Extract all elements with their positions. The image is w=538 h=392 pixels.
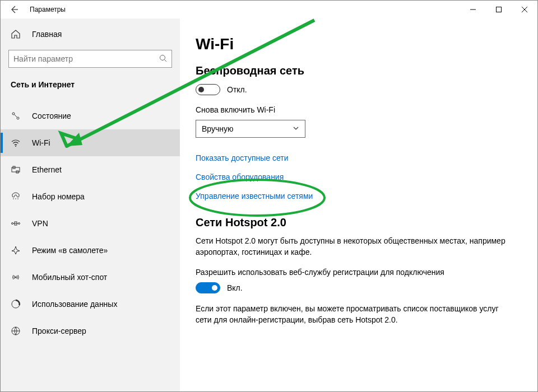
sidebar-item-proxy[interactable]: Прокси-сервер [1,318,180,344]
title-bar: Параметры [1,1,537,18]
sidebar-item-status[interactable]: Состояние [1,102,180,129]
reconnect-label: Снова включить Wi-Fi [196,105,522,114]
maximize-button[interactable] [486,1,512,18]
sidebar-item-label: Прокси-сервер [32,326,86,335]
main-content: Wi-Fi Беспроводная сеть Откл. Снова вклю… [180,18,537,391]
home-button[interactable]: Главная [1,23,180,45]
dialup-icon [11,192,21,202]
svg-rect-0 [497,7,502,12]
sidebar-item-label: Мобильный хот-спот [32,273,107,282]
home-icon [11,29,21,39]
sidebar-item-label: Состояние [32,111,71,120]
vpn-icon [11,218,21,228]
wireless-toggle-state: Откл. [227,85,247,94]
maximize-icon [496,7,502,12]
svg-point-10 [17,198,18,199]
proxy-icon [11,326,21,336]
hotspot-icon [11,272,21,282]
hotspot-toggle[interactable] [196,282,220,293]
hotspot-desc: Если этот параметр включен, вы можете пр… [196,304,509,325]
svg-point-4 [15,146,16,147]
status-icon [11,111,21,121]
ethernet-icon [11,165,21,175]
reconnect-value: Вручную [202,124,234,133]
sidebar-item-dialup[interactable]: Набор номера [1,183,180,210]
svg-point-3 [17,117,19,119]
sidebar-item-label: VPN [32,219,48,228]
hotspot-intro: Сети Hotspot 2.0 могут быть доступны в н… [196,236,509,258]
sidebar-item-ethernet[interactable]: Ethernet [1,156,180,183]
home-label: Главная [32,30,62,39]
back-button[interactable] [1,1,27,18]
airplane-icon [11,245,21,255]
sidebar: Главная Сеть и Интернет Состояние [1,18,180,391]
link-available-networks[interactable]: Показать доступные сети [196,153,522,162]
reconnect-dropdown[interactable]: Вручную [196,120,305,138]
sidebar-item-airplane[interactable]: Режим «в самолете» [1,237,180,264]
search-icon [159,54,167,64]
search-input[interactable] [8,50,172,68]
svg-point-14 [15,277,17,278]
wireless-heading: Беспроводная сеть [196,64,522,77]
sidebar-item-label: Режим «в самолете» [32,246,108,255]
page-title: Wi-Fi [196,35,522,53]
wireless-toggle[interactable] [196,84,220,95]
sidebar-item-label: Ethernet [32,165,62,174]
hotspot-toggle-state: Вкл. [227,283,243,292]
minimize-button[interactable] [460,1,486,18]
hotspot-allow-label: Разрешить использовать веб-службу регист… [196,268,522,277]
minimize-icon [470,7,476,12]
svg-point-8 [13,198,14,199]
sidebar-item-label: Wi-Fi [32,138,50,147]
link-hardware-properties[interactable]: Свойства оборудования [196,172,522,181]
wifi-icon [11,138,21,148]
sidebar-item-label: Набор номера [32,192,85,201]
chevron-down-icon [293,124,299,133]
svg-point-12 [18,223,20,225]
arrow-left-icon [10,5,18,14]
sidebar-item-hotspot[interactable]: Мобильный хот-спот [1,264,180,291]
sidebar-item-vpn[interactable]: VPN [1,210,180,237]
svg-point-9 [15,198,16,199]
sidebar-item-datausage[interactable]: Использование данных [1,291,180,318]
data-usage-icon [11,299,21,309]
close-button[interactable] [512,1,537,18]
window-title: Параметры [27,6,66,13]
sidebar-item-label: Использование данных [32,300,117,309]
sidebar-section-label: Сеть и Интернет [1,72,180,94]
svg-point-11 [12,223,13,225]
sidebar-item-wifi[interactable]: Wi-Fi [1,129,180,156]
search-field[interactable] [13,54,159,63]
link-known-networks[interactable]: Управление известными сетями [196,192,522,200]
close-icon [522,7,527,12]
svg-point-1 [160,55,165,60]
svg-point-2 [12,113,15,115]
hotspot-heading: Сети Hotspot 2.0 [196,216,522,229]
